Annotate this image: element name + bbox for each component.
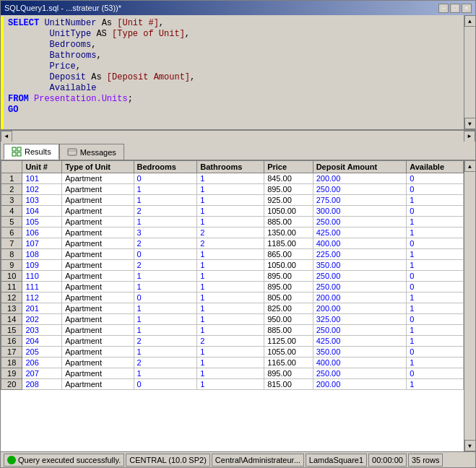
cell-bedrooms: 3 [134, 228, 197, 238]
maximize-button[interactable]: □ [450, 4, 460, 13]
cell-deposit: 200.00 [313, 303, 407, 314]
cell-available: 1 [407, 217, 464, 228]
title-bar-buttons: − □ × [438, 4, 472, 13]
row-number: 6 [1, 228, 22, 238]
table-row: 20208Apartment01815.00200.001 [1, 379, 464, 390]
tab-messages[interactable]: Messages [59, 144, 124, 160]
minimize-button[interactable]: − [438, 4, 449, 13]
cell-type: Apartment [62, 314, 134, 325]
cell-available: 1 [407, 303, 464, 314]
editor-scrollbar[interactable]: ▲ ▼ [464, 15, 475, 129]
vscroll-track [464, 172, 476, 440]
scroll-down-button[interactable]: ▼ [464, 118, 476, 129]
tab-results[interactable]: Results [4, 144, 59, 160]
cell-bedrooms: 1 [134, 184, 197, 195]
close-button[interactable]: × [462, 4, 472, 13]
cell-bathrooms: 1 [197, 325, 264, 336]
row-number: 13 [1, 303, 22, 314]
status-rows: 35 rows [408, 454, 443, 467]
cell-unit: 102 [22, 184, 62, 195]
status-green-icon [7, 456, 16, 464]
cell-price: 885.00 [264, 325, 313, 336]
cell-price: 845.00 [264, 173, 313, 184]
cell-price: 895.00 [264, 368, 313, 379]
sql-line-6: Deposit As [Deposit Amount], [8, 72, 459, 83]
cell-type: Apartment [62, 217, 134, 228]
results-table: Unit # Type of Unit Bedrooms Bathrooms P… [1, 160, 464, 390]
cell-unit: 101 [22, 173, 62, 184]
cell-type: Apartment [62, 358, 134, 368]
cell-available: 1 [407, 379, 464, 390]
cell-unit: 203 [22, 325, 62, 336]
cell-available: 1 [407, 249, 464, 260]
col-header-bedrooms: Bedrooms [134, 161, 197, 173]
sql-line-2: UnitType AS [Type of Unit], [8, 29, 459, 40]
svg-rect-3 [17, 152, 21, 156]
cell-price: 925.00 [264, 195, 313, 206]
cell-type: Apartment [62, 325, 134, 336]
cell-unit: 207 [22, 368, 62, 379]
status-server: CENTRAL (10.0 SP2) [126, 454, 210, 467]
cell-price: 1050.00 [264, 260, 313, 271]
col-header-price: Price [264, 161, 313, 173]
cell-bathrooms: 1 [197, 217, 264, 228]
status-time: 00:00:00 [368, 454, 407, 467]
cell-price: 895.00 [264, 184, 313, 195]
cell-type: Apartment [62, 368, 134, 379]
table-header-row: Unit # Type of Unit Bedrooms Bathrooms P… [1, 161, 464, 173]
row-number: 5 [1, 217, 22, 228]
col-header-deposit: Deposit Amount [313, 161, 407, 173]
vscroll-up-button[interactable]: ▲ [464, 160, 476, 172]
sql-line-9: GO [8, 105, 459, 116]
vscroll-down-button[interactable]: ▼ [464, 440, 476, 451]
scroll-up-button[interactable]: ▲ [464, 15, 476, 27]
cell-deposit: 350.00 [313, 347, 407, 358]
cell-bedrooms: 1 [134, 314, 197, 325]
row-number: 4 [1, 206, 22, 217]
svg-rect-4 [68, 149, 77, 155]
cell-available: 0 [407, 368, 464, 379]
title-bar: SQLQuery1.sql - ...strateur (53))* − □ × [1, 1, 475, 15]
cell-price: 1125.00 [264, 336, 313, 347]
table-row: 6106Apartment321350.00425.001 [1, 228, 464, 238]
table-row: 10110Apartment11895.00250.000 [1, 271, 464, 282]
cell-available: 1 [407, 260, 464, 271]
cell-type: Apartment [62, 303, 134, 314]
results-vscroll[interactable]: ▲ ▼ [464, 160, 475, 451]
row-number: 11 [1, 282, 22, 292]
col-header-type: Type of Unit [62, 161, 134, 173]
cell-bedrooms: 0 [134, 173, 197, 184]
status-message: Query executed successfully. [18, 456, 121, 464]
cell-bedrooms: 1 [134, 217, 197, 228]
cell-type: Apartment [62, 184, 134, 195]
cell-available: 0 [407, 347, 464, 358]
cell-available: 0 [407, 184, 464, 195]
cell-deposit: 250.00 [313, 184, 407, 195]
cell-deposit: 250.00 [313, 271, 407, 282]
cell-bathrooms: 1 [197, 303, 264, 314]
cell-bathrooms: 1 [197, 347, 264, 358]
window-title: SQLQuery1.sql - ...strateur (53))* [4, 4, 121, 12]
table-row: 7107Apartment221185.00400.000 [1, 238, 464, 249]
cell-deposit: 200.00 [313, 379, 407, 390]
hscroll-right-button[interactable]: ► [464, 131, 475, 142]
cell-bathrooms: 1 [197, 173, 264, 184]
sql-editor[interactable]: SELECT UnitNumber As [Unit #], UnitType … [4, 15, 464, 129]
cell-price: 950.00 [264, 314, 313, 325]
cell-bathrooms: 1 [197, 271, 264, 282]
hscroll-left-button[interactable]: ◄ [1, 131, 12, 142]
col-header-rownum [1, 161, 22, 173]
cell-unit: 106 [22, 228, 62, 238]
cell-type: Apartment [62, 173, 134, 184]
cell-deposit: 200.00 [313, 292, 407, 303]
status-rows-label: 35 rows [412, 456, 440, 464]
results-table-scroll[interactable]: Unit # Type of Unit Bedrooms Bathrooms P… [1, 160, 464, 451]
cell-type: Apartment [62, 379, 134, 390]
row-number: 16 [1, 336, 22, 347]
row-number: 17 [1, 347, 22, 358]
cell-bathrooms: 1 [197, 314, 264, 325]
results-area: Unit # Type of Unit Bedrooms Bathrooms P… [1, 160, 475, 451]
editor-hscroll[interactable]: ◄ ► [1, 130, 475, 142]
cell-bathrooms: 1 [197, 358, 264, 368]
row-number: 19 [1, 368, 22, 379]
